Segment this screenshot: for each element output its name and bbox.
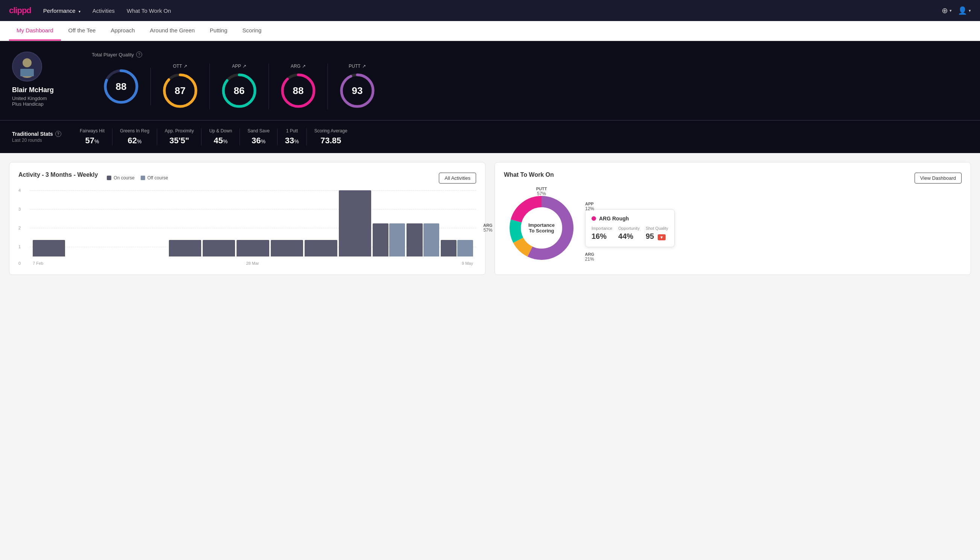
nav-activities[interactable]: Activities [93, 8, 115, 14]
what-to-work-on-title: What To Work On [504, 172, 554, 178]
chart-area: 4 3 2 1 0 7 Feb 28 Mar 9 May [18, 190, 476, 265]
donut-title-line1: Importance [528, 222, 555, 228]
legend-on-course: On course [107, 175, 134, 180]
legend-on-course-label: On course [113, 175, 134, 180]
activity-chart-title: Activity - 3 Months - Weekly [18, 172, 98, 178]
donut-section: Importance To Scoring PUTT 57% APP 12% A… [504, 190, 962, 265]
app-logo: clippd [9, 6, 31, 15]
putt-label: PUTT ↗ [349, 63, 366, 69]
x-label-mar: 28 Mar [246, 261, 259, 265]
tpq-label: Total Player Quality ? [92, 52, 968, 58]
bar-on-8 [304, 240, 337, 257]
stat-up-down-value: 45% [209, 136, 232, 145]
top-nav: clippd Performance ▾ Activities What To … [0, 0, 980, 21]
stat-items: Fairways Hit 57% Greens In Reg 62% App. … [72, 128, 968, 145]
arg-donut-label: ARG 21% [585, 252, 594, 262]
app-donut-label: APP 12% [585, 202, 594, 212]
y-label-3: 3 [18, 207, 21, 212]
svg-point-0 [23, 58, 32, 67]
bar-off-10 [389, 223, 405, 257]
stat-scoring-avg: Scoring Average 73.85 [307, 128, 355, 145]
bar-group-11 [406, 223, 439, 257]
stats-help-icon[interactable]: ? [55, 131, 61, 137]
stat-up-down-label: Up & Down [209, 128, 232, 133]
what-to-work-on-card: What To Work On View Dashboard [494, 162, 971, 275]
view-dashboard-button[interactable]: View Dashboard [915, 173, 962, 183]
bar-group-12 [441, 240, 473, 257]
player-handicap: Plus Handicap [12, 101, 80, 107]
tooltip-opportunity-value: 44% [618, 232, 640, 241]
bars-container [30, 190, 476, 257]
stat-sand-save-label: Sand Save [248, 128, 270, 133]
bar-group-7 [271, 240, 303, 257]
tooltip-importance-label: Importance [592, 226, 612, 230]
bar-group-10 [373, 223, 405, 257]
bar-on-4 [169, 240, 201, 257]
avatar [12, 52, 42, 82]
putt-arrow-icon: ↗ [362, 63, 366, 69]
add-button[interactable]: ⊕ ▾ [942, 6, 952, 15]
ott-donut-label: PUTT 57% [536, 187, 547, 196]
bar-on-0 [33, 240, 65, 257]
legend-on-course-dot [107, 176, 111, 180]
tab-approach[interactable]: Approach [103, 21, 142, 41]
x-label-feb: 7 Feb [33, 261, 43, 265]
tab-scoring[interactable]: Scoring [235, 21, 269, 41]
user-button[interactable]: 👤 ▾ [958, 6, 971, 15]
x-labels: 7 Feb 28 Mar 9 May [30, 261, 476, 265]
main-score-item: 88 [92, 68, 151, 105]
shot-quality-badge: ▼ [658, 234, 666, 240]
bar-off-11 [423, 223, 439, 257]
tab-my-dashboard[interactable]: My Dashboard [9, 21, 61, 41]
stat-scoring-avg-label: Scoring Average [314, 128, 348, 133]
tooltip-shot-quality: Shot Quality 95 ▼ [646, 226, 668, 241]
ott-score-item: OTT ↗ 87 [151, 63, 210, 110]
nav-what-to-work-on[interactable]: What To Work On [127, 8, 171, 14]
tab-putting[interactable]: Putting [202, 21, 235, 41]
tooltip-opportunity: Opportunity 44% [618, 226, 640, 241]
player-info: Blair McHarg United Kingdom Plus Handica… [12, 52, 80, 107]
bar-group-5 [203, 240, 235, 257]
legend-off-course-dot [141, 176, 145, 180]
legend-off-course: Off course [141, 175, 168, 180]
stat-app-proximity-label: App. Proximity [165, 128, 194, 133]
chart-legend: On course Off course [107, 175, 168, 180]
app-arrow-icon: ↗ [243, 63, 246, 69]
legend-off-course-label: Off course [147, 175, 168, 180]
putt-donut-label: ARG 57% [483, 223, 492, 233]
y-label-1: 1 [18, 245, 21, 249]
bar-on-12 [441, 240, 456, 257]
bar-on-10 [373, 223, 388, 257]
putt-score-circle: 93 [338, 72, 376, 110]
arg-arrow-icon: ↗ [302, 63, 306, 69]
tooltip-shot-quality-label: Shot Quality [646, 226, 668, 230]
stat-fairways-hit-value: 57% [80, 136, 105, 145]
tab-bar: My Dashboard Off the Tee Approach Around… [0, 21, 980, 41]
bar-group-4 [169, 240, 201, 257]
activity-card-header: Activity - 3 Months - Weekly On course O… [18, 172, 476, 184]
stat-fairways-hit: Fairways Hit 57% [72, 128, 112, 145]
stats-group-label: Traditional Stats ? Last 20 rounds [12, 131, 72, 143]
ott-label: OTT ↗ [173, 63, 187, 69]
arg-label: ARG ↗ [291, 63, 306, 69]
traditional-stats-label: Traditional Stats ? [12, 131, 72, 137]
bar-off-12 [457, 240, 473, 257]
bar-group-8 [304, 240, 337, 257]
tooltip-title: ARG Rough [592, 215, 668, 222]
y-label-0: 0 [18, 261, 21, 265]
tab-off-the-tee[interactable]: Off the Tee [61, 21, 103, 41]
all-activities-button[interactable]: All Activities [439, 173, 476, 183]
bar-on-11 [406, 223, 422, 257]
arg-score-value: 88 [293, 85, 304, 97]
tooltip-importance: Importance 16% [592, 226, 612, 241]
tooltip-dot [592, 216, 596, 221]
tooltip-metrics: Importance 16% Opportunity 44% Shot Qual… [592, 226, 668, 241]
bar-group-6 [236, 240, 269, 257]
tab-around-the-green[interactable]: Around the Green [143, 21, 202, 41]
stat-sand-save-value: 36% [248, 136, 270, 145]
ott-score-value: 87 [175, 85, 186, 97]
stat-sand-save: Sand Save 36% [240, 128, 278, 145]
tpq-help-icon[interactable]: ? [136, 52, 142, 58]
nav-performance[interactable]: Performance ▾ [43, 8, 80, 14]
arg-score-circle: 88 [280, 72, 317, 110]
